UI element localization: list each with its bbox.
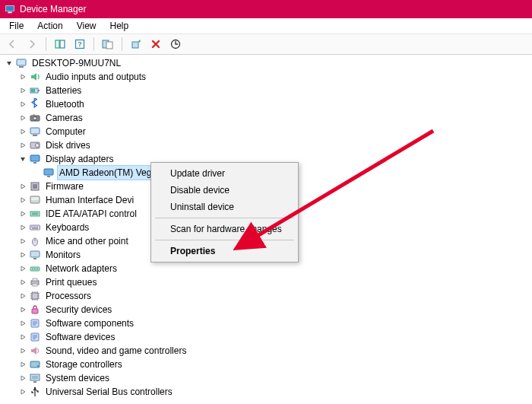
svg-rect-32 <box>32 213 38 215</box>
svg-rect-52 <box>32 376 38 379</box>
expand-icon[interactable] <box>18 374 27 383</box>
context-menu-separator <box>155 240 294 240</box>
help-button[interactable]: ? <box>71 35 89 53</box>
properties-button[interactable] <box>99 35 117 53</box>
expand-icon[interactable] <box>18 278 27 287</box>
expand-icon[interactable] <box>18 182 27 191</box>
collapse-icon[interactable] <box>5 59 14 68</box>
svg-rect-43 <box>33 278 37 281</box>
tree-node-label[interactable]: Keyboards <box>44 221 90 234</box>
tree-node-label[interactable]: Mice and other point <box>44 234 130 248</box>
tree-node[interactable]: Software components <box>5 317 527 330</box>
expand-icon[interactable] <box>18 360 27 369</box>
tree-node[interactable]: System devices <box>5 371 527 385</box>
tree-node-label[interactable]: Software components <box>44 317 135 330</box>
context-menu-item[interactable]: Disable device <box>154 182 296 199</box>
svg-rect-37 <box>33 258 36 259</box>
ide-icon <box>29 208 41 220</box>
expand-icon[interactable] <box>18 387 27 396</box>
titlebar: Device Manager <box>0 0 532 18</box>
expand-icon[interactable] <box>18 250 27 259</box>
tree-node-label[interactable]: Network adapters <box>44 262 119 275</box>
app-icon <box>5 4 15 14</box>
expand-icon[interactable] <box>18 332 27 342</box>
expand-icon[interactable] <box>18 223 27 232</box>
expand-icon[interactable] <box>18 346 27 355</box>
tree-node-label[interactable]: IDE ATA/ATAPI control <box>44 207 138 221</box>
svg-point-22 <box>36 144 40 148</box>
back-button[interactable] <box>3 35 21 53</box>
tree-node-label[interactable]: Audio inputs and outputs <box>44 70 147 84</box>
expand-icon[interactable] <box>18 305 27 314</box>
expand-icon[interactable] <box>18 196 27 205</box>
tree-node-label[interactable]: Display adapters <box>44 152 115 166</box>
tree-node[interactable]: Bluetooth <box>5 97 527 111</box>
tree-node[interactable]: Batteries <box>5 84 527 97</box>
tree-node[interactable]: Audio inputs and outputs <box>5 70 527 84</box>
forward-button[interactable] <box>23 35 41 53</box>
tree-node-label[interactable]: Software devices <box>44 330 116 344</box>
uninstall-device-button[interactable] <box>147 35 165 53</box>
context-menu-item[interactable]: Uninstall device <box>154 199 296 215</box>
storage-icon <box>29 358 41 371</box>
expand-icon[interactable] <box>18 127 27 136</box>
scan-hardware-button[interactable] <box>166 35 185 53</box>
svg-rect-15 <box>31 89 35 92</box>
tree-node[interactable]: Cameras <box>5 111 527 125</box>
expand-icon[interactable] <box>18 113 27 122</box>
menu-view[interactable]: View <box>71 19 103 33</box>
tree-node[interactable]: Software devices <box>5 330 527 344</box>
expand-icon[interactable] <box>18 141 27 150</box>
tree-node-label[interactable]: Sound, video and game controllers <box>44 344 188 358</box>
tree-node-label[interactable]: Processors <box>44 289 93 303</box>
update-driver-button[interactable] <box>127 35 145 53</box>
menu-file[interactable]: File <box>3 19 30 33</box>
expand-icon[interactable] <box>18 237 27 246</box>
svg-rect-45 <box>32 293 38 299</box>
tree-node-label[interactable]: DESKTOP-9MUU7NL <box>30 56 122 70</box>
tree-node-label[interactable]: Storage controllers <box>44 358 124 371</box>
tree-node[interactable]: Storage controllers <box>5 358 527 371</box>
svg-point-17 <box>33 116 37 120</box>
tree-node[interactable]: Processors <box>5 289 527 303</box>
tree-node-label[interactable]: Batteries <box>44 84 83 97</box>
tree-node-label[interactable]: Bluetooth <box>44 97 86 111</box>
cpu-icon <box>29 290 41 302</box>
tree-node-label[interactable]: System devices <box>44 371 111 385</box>
tree-node-label[interactable]: Universal Serial Bus controllers <box>44 385 174 399</box>
tree-node-label[interactable]: Security devices <box>44 303 113 317</box>
menu-help[interactable]: Help <box>104 19 135 33</box>
collapse-icon[interactable] <box>18 154 27 164</box>
expand-icon[interactable] <box>18 209 27 218</box>
tree-node-label[interactable]: Computer <box>44 125 87 138</box>
tree-node[interactable]: Security devices <box>5 303 527 317</box>
tree-node-label[interactable]: Disk drives <box>44 138 92 152</box>
tree-node-label[interactable]: Firmware <box>44 180 85 193</box>
tree-node[interactable]: Sound, video and game controllers <box>5 344 527 358</box>
expand-icon[interactable] <box>18 72 27 81</box>
tree-node-label[interactable]: Monitors <box>44 248 82 262</box>
expand-icon[interactable] <box>18 86 27 95</box>
tree-node[interactable]: Computer <box>5 125 527 138</box>
tree-node-label[interactable]: Print queues <box>44 275 98 289</box>
show-hide-tree-button[interactable] <box>51 35 69 53</box>
svg-rect-23 <box>30 155 40 161</box>
tree-node-label[interactable]: Cameras <box>44 111 84 125</box>
tree-node[interactable]: Print queues <box>5 275 527 289</box>
tree-node-label[interactable]: Human Interface Devi <box>44 193 135 207</box>
expand-icon[interactable] <box>18 100 27 109</box>
svg-rect-19 <box>30 128 40 134</box>
menu-action[interactable]: Action <box>31 19 68 33</box>
expand-icon[interactable] <box>18 291 27 301</box>
expand-icon[interactable] <box>18 264 27 273</box>
tree-node[interactable]: Network adapters <box>5 262 527 275</box>
tree-node[interactable]: DESKTOP-9MUU7NL <box>5 56 527 70</box>
svg-rect-12 <box>19 66 24 68</box>
context-menu-item[interactable]: Scan for hardware changes <box>154 221 296 237</box>
context-menu-item[interactable]: Properties <box>154 243 296 259</box>
context-menu-item[interactable]: Update driver <box>154 165 296 182</box>
computer-icon <box>15 57 27 69</box>
tree-node[interactable]: Universal Serial Bus controllers <box>5 385 527 399</box>
tree-node[interactable]: Disk drives <box>5 138 527 152</box>
expand-icon[interactable] <box>18 319 27 328</box>
